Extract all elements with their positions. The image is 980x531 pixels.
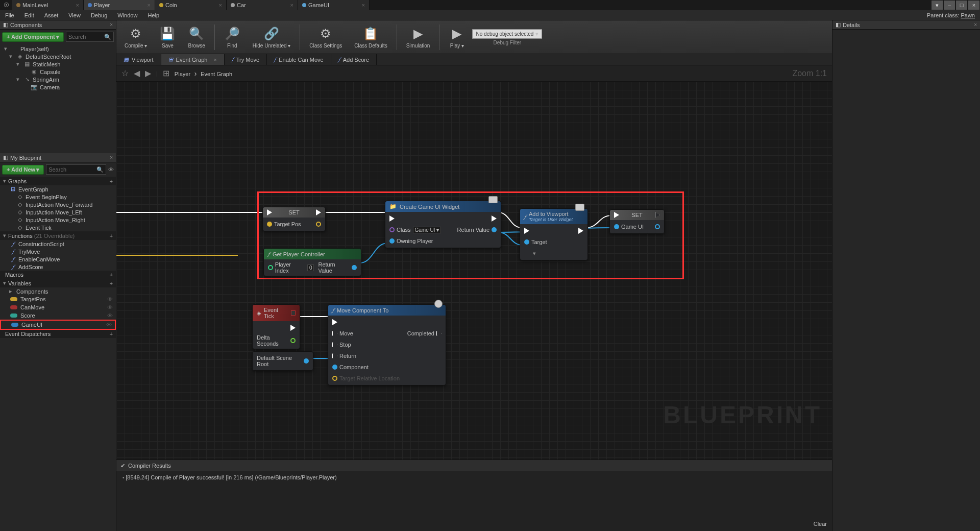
visibility-icon[interactable]: 👁: [107, 296, 113, 302]
visibility-icon[interactable]: 👁: [107, 312, 113, 319]
graph-item[interactable]: ◇InputAction Move_Right: [0, 216, 116, 224]
plus-icon[interactable]: +: [110, 178, 113, 184]
graph-item[interactable]: ◇Event BeginPlay: [0, 193, 116, 201]
data-pin-icon[interactable]: [614, 224, 619, 229]
nav-back-icon[interactable]: ◀: [134, 68, 140, 78]
tree-row[interactable]: 📷Camera: [0, 83, 116, 91]
function-item[interactable]: 𝑓EnableCanMove: [0, 255, 116, 263]
function-item[interactable]: 𝑓AddScore: [0, 263, 116, 271]
graph-item[interactable]: ◇Event Tick: [0, 224, 116, 231]
toolbar-play[interactable]: ▶Play ▾: [444, 22, 470, 53]
functions-section[interactable]: ▾Functions (21 Overridable)+: [0, 231, 116, 240]
menu-item[interactable]: Debug: [86, 12, 112, 18]
menu-item[interactable]: Asset: [39, 12, 64, 18]
exec-pin-icon[interactable]: [316, 209, 321, 215]
plus-icon[interactable]: +: [110, 331, 113, 337]
toolbar-compile[interactable]: ⚙Compile ▾: [119, 22, 152, 53]
graph-icon[interactable]: ⊞: [163, 68, 169, 78]
myblueprint-search-input[interactable]: 🔍: [46, 164, 106, 175]
visibility-icon[interactable]: 👁: [107, 304, 113, 310]
variable-item[interactable]: CanMove👁: [0, 303, 116, 311]
graph-node[interactable]: ◈Event Tick Delta Seconds: [252, 304, 300, 349]
exec-pin-icon[interactable]: [332, 319, 337, 325]
variable-category[interactable]: ▸Components: [0, 287, 116, 295]
data-pin-icon[interactable]: [389, 238, 395, 244]
data-pin-icon[interactable]: [332, 376, 337, 381]
function-item[interactable]: 𝑓TryMove: [0, 248, 116, 255]
graph-node[interactable]: SETTarget Pos: [262, 207, 326, 231]
exec-pin-icon[interactable]: [332, 342, 337, 347]
graphs-section[interactable]: ▾Graphs+: [0, 177, 116, 185]
favorite-icon[interactable]: ☆: [121, 68, 129, 78]
graph-node[interactable]: SETGame UI: [609, 209, 665, 234]
document-tab[interactable]: Coin×: [155, 0, 227, 10]
subtab[interactable]: 𝑓Try Move: [225, 54, 267, 65]
graph-item[interactable]: ◇InputAction Move_Forward: [0, 201, 116, 208]
tree-row[interactable]: ◉Capsule: [0, 68, 116, 76]
toolbar-hide-unrelated[interactable]: 🔗Hide Unrelated ▾: [248, 22, 296, 53]
toolbar-browse[interactable]: 🔍Browse: [183, 22, 210, 53]
graph-node[interactable]: Default Scene Root: [252, 351, 313, 371]
exec-pin-icon[interactable]: [578, 228, 583, 234]
data-pin-icon[interactable]: [352, 265, 357, 270]
exec-pin-icon[interactable]: [267, 209, 272, 215]
variable-item[interactable]: TargetPos👁: [0, 295, 116, 303]
add-component-button[interactable]: + Add Component▾: [2, 32, 64, 42]
data-pin-icon[interactable]: [492, 227, 497, 232]
exec-pin-icon[interactable]: [614, 212, 619, 218]
exec-pin-icon[interactable]: [436, 331, 442, 336]
dispatchers-section[interactable]: Event Dispatchers+: [0, 330, 116, 338]
data-pin-icon[interactable]: [524, 239, 529, 245]
tree-row[interactable]: ▾↘SpringArm: [0, 76, 116, 83]
components-panel-header[interactable]: ◧ Components ×: [0, 20, 116, 30]
menu-item[interactable]: View: [63, 12, 86, 18]
data-pin-icon[interactable]: [290, 338, 296, 343]
close-icon[interactable]: ×: [76, 2, 79, 8]
exec-pin-icon[interactable]: [389, 215, 395, 222]
graph-node[interactable]: 𝑓Move Component ToMoveCompletedStopRetur…: [328, 304, 446, 385]
exec-pin-icon[interactable]: [332, 353, 337, 358]
menu-item[interactable]: Help: [142, 12, 164, 18]
data-pin-icon[interactable]: [655, 224, 660, 229]
document-tab[interactable]: Player×: [84, 0, 155, 10]
toolbar-save[interactable]: 💾Save: [154, 22, 181, 53]
function-item[interactable]: 𝑓ConstructionScript: [0, 240, 116, 248]
graph-node[interactable]: 𝑓Get Player ControllerPlayer Index 0Retu…: [263, 248, 361, 276]
variables-section[interactable]: ▾Variables+: [0, 279, 116, 287]
toolbar-class-defaults[interactable]: 📋Class Defaults: [349, 22, 392, 53]
graph-node[interactable]: 📁Create Game UI WidgetClass Game UI ▾Ret…: [385, 201, 501, 248]
close-icon[interactable]: ×: [213, 57, 216, 63]
breadcrumb-path[interactable]: Player › Event Graph: [175, 69, 232, 78]
exec-pin-icon[interactable]: [332, 331, 337, 336]
data-pin-icon[interactable]: [267, 222, 272, 227]
close-icon[interactable]: ×: [219, 2, 222, 8]
delegate-pin-icon[interactable]: [291, 310, 296, 316]
tree-row[interactable]: ▾Player(self): [0, 45, 116, 53]
details-panel-header[interactable]: ◧ Details ×: [832, 20, 980, 30]
data-pin-icon[interactable]: [389, 227, 395, 232]
nav-forward-icon[interactable]: ▶: [145, 68, 151, 78]
document-tab[interactable]: GameUI×: [298, 0, 370, 10]
toolbar-class-settings[interactable]: ⚙Class Settings: [304, 22, 347, 53]
data-pin-icon[interactable]: [316, 222, 321, 227]
dropdown-icon[interactable]: ▾: [932, 1, 943, 10]
graph-node[interactable]: 𝑓Add to ViewportTarget is User WidgetTar…: [520, 208, 588, 260]
plus-icon[interactable]: +: [110, 233, 113, 239]
data-pin-icon[interactable]: [332, 365, 337, 370]
menu-item[interactable]: File: [0, 12, 19, 18]
exec-pin-icon[interactable]: [290, 325, 296, 331]
myblueprint-panel-header[interactable]: ◧ My Blueprint ×: [0, 153, 116, 162]
graph-item[interactable]: ⊞EventGraph: [0, 185, 116, 193]
exec-pin-icon[interactable]: [524, 228, 529, 234]
macros-section[interactable]: Macros+: [0, 271, 116, 279]
tree-row[interactable]: ▾▦StaticMesh: [0, 60, 116, 68]
close-icon[interactable]: ×: [148, 2, 151, 8]
add-new-button[interactable]: + Add New▾: [2, 165, 44, 175]
close-icon[interactable]: ×: [974, 22, 977, 28]
toolbar-find[interactable]: 🔎Find: [219, 22, 246, 53]
subtab[interactable]: ⊞Event Graph×: [161, 54, 225, 65]
eye-icon[interactable]: 👁: [108, 166, 114, 173]
variable-item[interactable]: Score👁: [0, 311, 116, 320]
debug-filter[interactable]: No debug object selected ▾Debug Filter: [472, 29, 542, 45]
toolbar-simulation[interactable]: ▶Simulation: [401, 22, 435, 53]
